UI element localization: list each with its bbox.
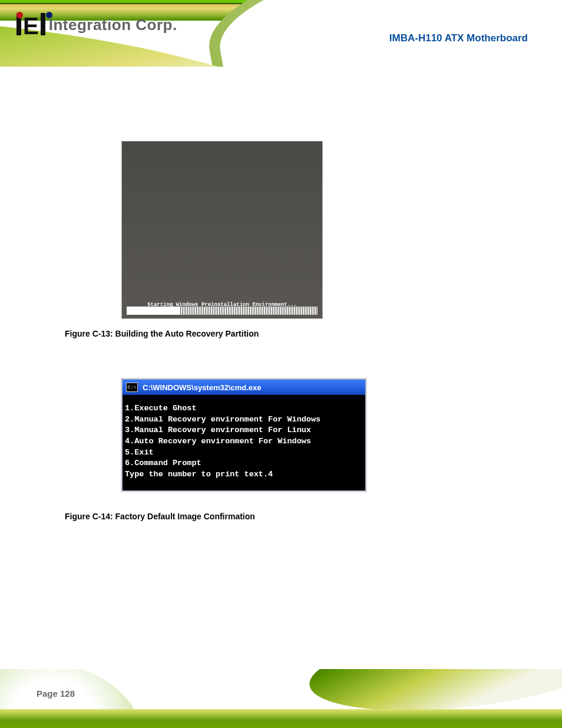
doc-title: IMBA-H110 ATX Motherboard <box>389 32 528 44</box>
cmd-line: 3.Manual Recovery environment For Linux <box>125 426 311 434</box>
page-content: IMBA-H110 ATX Motherboard Step 3: Starti… <box>0 0 562 728</box>
progress-filled <box>127 307 180 315</box>
cmd-line: 1.Execute Ghost <box>125 404 197 413</box>
progress-ticks <box>180 307 318 315</box>
photo-progress-bar <box>127 307 318 315</box>
cmd-line: 4.Auto Recovery environment For Windows <box>125 437 311 446</box>
cmd-window: C:\ C:\WINDOWS\system32\cmd.exe 1.Execut… <box>122 379 366 491</box>
footer-banner <box>0 669 562 728</box>
decorative-strip <box>0 709 562 722</box>
cmd-body: 1.Execute Ghost 2.Manual Recovery enviro… <box>123 395 365 490</box>
figure-c13-caption: Figure C-13: Building the Auto Recovery … <box>65 329 259 338</box>
preinstallation-photo: Starting Windows Preinstallation Environ… <box>121 141 323 319</box>
decorative-strip-dark <box>0 721 562 728</box>
cmd-line: Type the number to print text.4 <box>125 470 273 479</box>
cmd-line: 6.Command Prompt <box>125 459 201 467</box>
cmd-line: 2.Manual Recovery environment For Window… <box>125 415 320 424</box>
cmd-line: 5.Exit <box>125 448 154 457</box>
cmd-icon: C:\ <box>126 383 138 392</box>
cmd-titlebar: C:\ C:\WINDOWS\system32\cmd.exe <box>123 380 365 395</box>
cmd-title: C:\WINDOWS\system32\cmd.exe <box>143 383 262 392</box>
figure-c14-caption: Figure C-14: Factory Default Image Confi… <box>65 512 255 521</box>
